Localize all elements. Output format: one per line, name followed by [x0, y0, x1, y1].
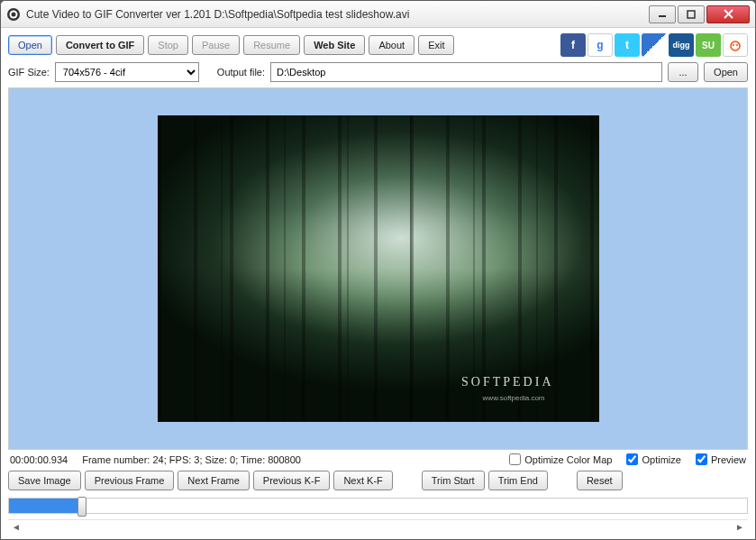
- settings-row: GIF Size: 704x576 - 4cif Output file: ..…: [8, 62, 748, 82]
- open-button[interactable]: Open: [8, 35, 52, 55]
- reddit-icon[interactable]: [723, 33, 748, 57]
- watermark-url: www.softpedia.com: [483, 394, 545, 402]
- scroll-right-icon[interactable]: ►: [735, 522, 744, 532]
- svg-rect-4: [688, 11, 695, 18]
- close-button[interactable]: [706, 5, 750, 23]
- next-keyframe-button[interactable]: Next K-F: [333, 471, 392, 490]
- output-file-label: Output file:: [217, 67, 265, 78]
- digg-icon[interactable]: digg: [669, 33, 694, 57]
- watermark-text: SOFTPEDIA: [461, 375, 553, 389]
- titlebar[interactable]: Cute Video to GIF Converter ver 1.201 D:…: [1, 1, 755, 28]
- timeline-slider[interactable]: [8, 498, 748, 514]
- gif-size-select[interactable]: 704x576 - 4cif: [55, 62, 199, 82]
- optimize-input[interactable]: [626, 453, 638, 465]
- status-row: 00:00:00.934 Frame number: 24; FPS: 3; S…: [8, 450, 748, 469]
- window-controls: [647, 5, 750, 23]
- svg-point-7: [731, 41, 740, 50]
- maximize-button[interactable]: [678, 5, 705, 23]
- output-file-input[interactable]: [270, 62, 662, 82]
- preview-area: SOFTPEDIA www.softpedia.com: [8, 87, 748, 450]
- social-icons: f g t digg SU: [560, 33, 748, 57]
- next-frame-button[interactable]: Next Frame: [178, 471, 249, 490]
- frame-controls-row: Save Image Previous Frame Next Frame Pre…: [8, 469, 748, 496]
- frame-info: Frame number: 24; FPS: 3; Size: 0; Time:…: [82, 454, 301, 465]
- slider-fill: [9, 499, 81, 513]
- optimize-color-map-checkbox[interactable]: Optimize Color Map: [509, 453, 612, 465]
- about-button[interactable]: About: [369, 35, 414, 55]
- exit-button[interactable]: Exit: [418, 35, 454, 55]
- save-image-button[interactable]: Save Image: [8, 471, 81, 490]
- stop-button[interactable]: Stop: [148, 35, 188, 55]
- facebook-icon[interactable]: f: [560, 33, 586, 57]
- optimize-color-map-input[interactable]: [509, 453, 521, 465]
- horizontal-scrollbar[interactable]: ◄ ►: [8, 519, 748, 534]
- open-output-button[interactable]: Open: [704, 62, 748, 82]
- reset-button[interactable]: Reset: [577, 471, 623, 490]
- preview-input[interactable]: [696, 453, 707, 465]
- svg-point-9: [736, 44, 738, 46]
- browse-button[interactable]: ...: [668, 62, 698, 82]
- timecode: 00:00:00.934: [10, 454, 68, 465]
- minimize-button[interactable]: [649, 5, 676, 23]
- main-toolbar: Open Convert to GIF Stop Pause Resume We…: [8, 33, 748, 57]
- convert-to-gif-button[interactable]: Convert to GIF: [56, 35, 144, 55]
- trim-end-button[interactable]: Trim End: [488, 471, 548, 490]
- svg-point-2: [12, 12, 16, 16]
- app-window: Cute Video to GIF Converter ver 1.201 D:…: [0, 0, 756, 540]
- previous-frame-button[interactable]: Previous Frame: [85, 471, 175, 490]
- preview-checkbox[interactable]: Preview: [696, 453, 746, 465]
- previous-keyframe-button[interactable]: Previous K-F: [253, 471, 331, 490]
- trim-start-button[interactable]: Trim Start: [422, 471, 485, 490]
- delicious-icon[interactable]: [642, 33, 667, 57]
- app-icon: [6, 7, 21, 22]
- website-button[interactable]: Web Site: [304, 35, 365, 55]
- video-frame-preview: SOFTPEDIA www.softpedia.com: [158, 115, 599, 422]
- optimize-checkbox[interactable]: Optimize: [626, 453, 680, 465]
- google-icon[interactable]: g: [587, 33, 613, 57]
- resume-button[interactable]: Resume: [243, 35, 300, 55]
- timeline-slider-area: [8, 496, 748, 519]
- content-area: Open Convert to GIF Stop Pause Resume We…: [1, 28, 755, 539]
- slider-thumb[interactable]: [77, 497, 87, 517]
- svg-point-8: [733, 44, 734, 46]
- window-title: Cute Video to GIF Converter ver 1.201 D:…: [26, 8, 647, 21]
- twitter-icon[interactable]: t: [615, 33, 640, 57]
- gif-size-label: GIF Size:: [8, 67, 50, 78]
- scroll-left-icon[interactable]: ◄: [12, 522, 21, 532]
- stumbleupon-icon[interactable]: SU: [696, 33, 721, 57]
- pause-button[interactable]: Pause: [192, 35, 240, 55]
